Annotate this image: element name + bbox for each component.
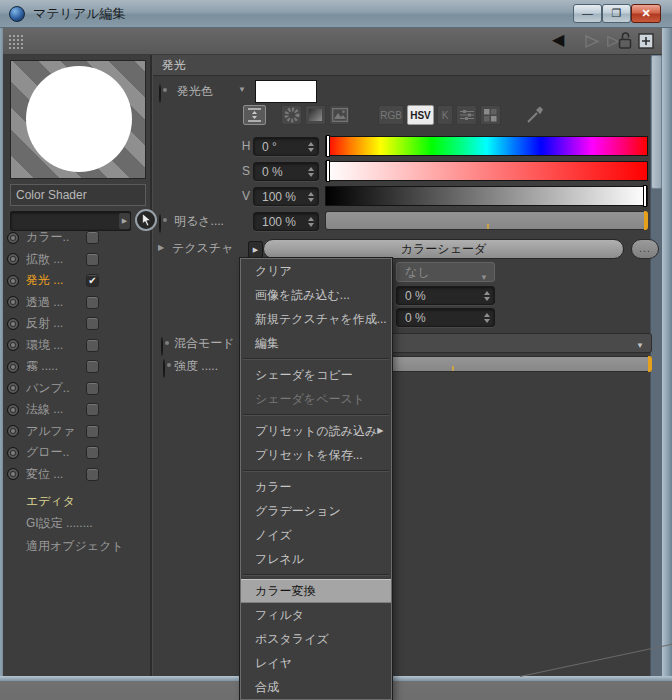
channel-checkbox[interactable] [86,360,99,373]
channel-row-color[interactable]: カラー.. [7,227,99,249]
channel-radio[interactable] [7,296,19,308]
sidebar-item-gi-settings[interactable]: GI設定 ........ [26,513,124,536]
name-expand-icon[interactable]: ▶ [119,213,130,229]
channel-row-glow[interactable]: グロー.. [7,442,99,464]
channel-row-fog[interactable]: 霧 ..... [7,356,99,378]
channel-radio[interactable] [7,275,19,287]
menu-item-edit[interactable]: 編集 [241,331,391,355]
texture-shader-button[interactable]: カラーシェーダ [263,239,624,259]
channel-row-transparency[interactable]: 透過 ... [7,292,99,314]
hsv-mode-button[interactable]: HSV [407,105,434,125]
channel-radio[interactable] [7,318,19,330]
channel-row-bump[interactable]: バンプ.. [7,378,99,400]
channel-checkbox[interactable] [86,253,99,266]
channel-checkbox[interactable]: ✔ [86,274,99,287]
sidebar-item-assigned-objects[interactable]: 適用オブジェクト [26,535,124,558]
menu-item-load-image[interactable]: 画像を読み込む... [241,283,391,307]
color-wheel-icon[interactable] [281,105,302,125]
channel-checkbox[interactable] [86,403,99,416]
channel-row-displacement[interactable]: 変位 ... [7,464,99,486]
color-radio[interactable] [159,84,161,103]
menu-item-color[interactable]: カラー [241,475,391,499]
color-swatch[interactable] [255,80,317,103]
maximize-button[interactable]: ❐ [602,4,631,23]
eyedropper-icon[interactable] [524,105,546,125]
menu-item-create-new-texture[interactable]: 新規テクスチャを作成... [241,307,391,331]
channel-radio[interactable] [7,447,19,459]
channel-checkbox[interactable] [86,317,99,330]
channel-radio[interactable] [7,232,19,244]
mixer-sliders-icon[interactable] [456,105,477,125]
add-icon[interactable] [638,33,654,53]
brightness-spinner[interactable]: 100 % [253,212,319,231]
swatches-icon[interactable] [480,105,501,125]
menu-item-colorizer[interactable]: カラー変換 [241,579,391,603]
hue-slider[interactable] [325,136,648,156]
minimize-button[interactable]: — [573,4,602,23]
mix-mode-radio[interactable] [161,337,163,356]
saturation-spinner[interactable]: 0 % [253,162,319,181]
channel-radio[interactable] [7,425,19,437]
shader-name-field[interactable]: Color Shader [10,184,146,206]
channel-radio[interactable] [7,253,19,265]
menu-item-save-preset[interactable]: プリセットを保存... [241,443,391,467]
saturation-slider[interactable] [325,161,648,181]
pick-cursor-button[interactable] [135,209,157,231]
channel-checkbox[interactable] [86,296,99,309]
menu-item-layer[interactable]: レイヤ [241,651,391,675]
menu-item-noise[interactable]: ノイズ [241,523,391,547]
kelvin-mode-button[interactable]: K [437,105,453,125]
saturation-slider-handle[interactable] [326,160,330,182]
channel-checkbox[interactable] [86,339,99,352]
channel-radio[interactable] [7,382,19,394]
menu-item-gradient[interactable]: グラデーション [241,499,391,523]
brightness-slider[interactable] [325,211,648,230]
menu-item-fusion[interactable]: 合成 [241,675,391,699]
menu-item-filter[interactable]: フィルタ [241,603,391,627]
channel-checkbox[interactable] [86,425,99,438]
channel-checkbox[interactable] [86,382,99,395]
close-button[interactable]: ✕ [631,4,661,23]
channel-row-reflection[interactable]: 反射 ... [7,313,99,335]
history-back-icon[interactable]: ◀ [552,30,564,49]
brightness-radio[interactable] [159,214,161,233]
menu-item-copy-shader[interactable]: シェーダをコピー [241,363,391,387]
compact-mode-icon[interactable] [243,105,266,125]
value-slider[interactable] [325,186,648,206]
mix-strength-radio[interactable] [163,359,165,378]
image-picker-icon[interactable] [329,105,350,125]
channel-radio[interactable] [7,339,19,351]
channel-radio[interactable] [7,404,19,416]
lock-icon[interactable] [618,31,633,54]
blur-scale-spinner[interactable]: 0 % [396,308,495,327]
spectrum-icon[interactable] [305,105,326,125]
channel-row-luminance[interactable]: 発光 ...✔ [7,270,99,292]
scrollbar-thumb[interactable] [651,55,662,189]
value-spinner[interactable]: 100 % [253,187,319,206]
history-forward-icon[interactable] [584,34,601,53]
channel-row-environment[interactable]: 環境 ... [7,335,99,357]
color-collapse-icon[interactable]: ▼ [238,85,246,94]
channel-radio[interactable] [7,468,19,480]
channel-row-normal[interactable]: 法線 ... [7,399,99,421]
channel-checkbox[interactable] [86,446,99,459]
hue-spinner[interactable]: 0 ° [253,137,319,156]
texture-browse-button[interactable]: ... [631,239,659,259]
hue-slider-handle[interactable] [326,135,330,157]
menu-item-clear[interactable]: クリア [241,259,391,283]
channel-radio[interactable] [7,361,19,373]
blur-offset-spinner[interactable]: 0 % [396,286,495,305]
sampling-dropdown[interactable]: なし▼ [396,262,495,282]
drag-grip-icon[interactable] [8,34,25,49]
rgb-mode-button[interactable]: RGB [378,105,404,125]
menu-item-fresnel[interactable]: フレネル [241,547,391,571]
menu-item-load-preset[interactable]: プリセットの読み込み▶ [241,419,391,443]
channel-row-alpha[interactable]: アルファ [7,421,99,443]
channel-row-diffusion[interactable]: 拡散 ... [7,249,99,271]
channel-checkbox[interactable] [86,468,99,481]
menu-item-posterize[interactable]: ポスタライズ [241,627,391,651]
channel-checkbox[interactable] [86,231,99,244]
sidebar-item-editor[interactable]: エディタ [26,490,124,513]
texture-expand-icon[interactable]: ▶ [158,243,164,252]
title-bar[interactable]: マテリアル編集 — ❐ ✕ [0,0,672,28]
